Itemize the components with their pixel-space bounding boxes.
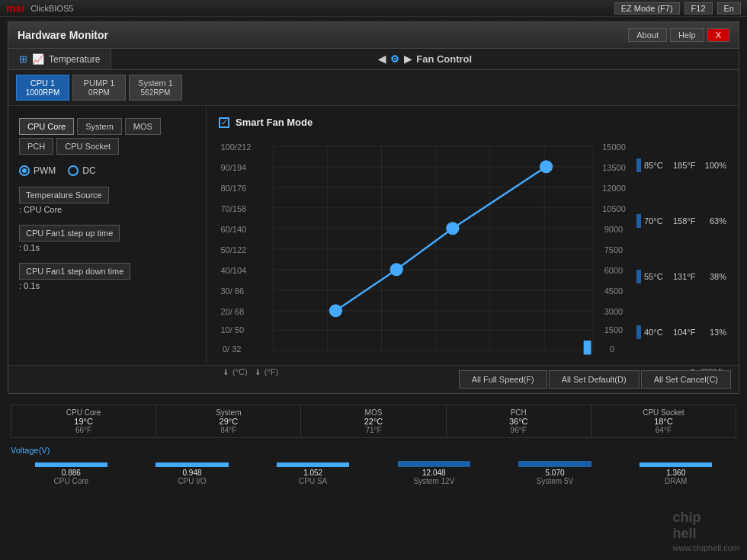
voltage-cpu-io: 0.948 CPU I/O bbox=[132, 459, 253, 485]
voltage-sys5v-val: 5.070 bbox=[546, 469, 565, 477]
left-panel: CPU Core System MOS PCH CPU Socket PWM D… bbox=[8, 106, 207, 365]
tab-fan-control-label: Fan Control bbox=[416, 53, 472, 65]
full-speed-button[interactable]: All Full Speed(F) bbox=[459, 370, 547, 389]
sensor-pch-f: 96°F bbox=[453, 426, 585, 434]
thermometer-f-icon: 🌡 (°F) bbox=[254, 367, 279, 376]
svg-rect-40 bbox=[584, 341, 592, 354]
ez-mode-button[interactable]: EZ Mode (F7) bbox=[614, 2, 680, 14]
svg-text:13500: 13500 bbox=[602, 163, 626, 172]
step-up-section: CPU Fan1 step up time : 0.1s bbox=[19, 225, 195, 252]
step-down-label: CPU Fan1 step down time bbox=[19, 263, 130, 280]
sensor-pch: PCH 36°C 96°F bbox=[447, 405, 592, 437]
expand-icon: ⊞ bbox=[19, 53, 27, 65]
temp-source-label: Temperature Source bbox=[19, 187, 109, 203]
help-button[interactable]: Help bbox=[670, 28, 704, 42]
voltage-sys12v-bar bbox=[398, 461, 470, 467]
legend-pct-3: 38% bbox=[704, 272, 726, 281]
svg-text:0/ 32: 0/ 32 bbox=[223, 344, 242, 354]
chart-container: .grid-line { stroke: #333; stroke-width:… bbox=[219, 136, 726, 363]
content-area: CPU Core System MOS PCH CPU Socket PWM D… bbox=[8, 106, 739, 365]
sensor-tab-cpu-socket[interactable]: CPU Socket bbox=[56, 138, 119, 155]
svg-text:70/158: 70/158 bbox=[220, 204, 246, 213]
chart-point-2[interactable] bbox=[390, 263, 403, 276]
temp-legend: 85°C 185°F 100% 70°C 158°F 63% 55°C 131°… bbox=[636, 136, 726, 363]
pwm-radio[interactable] bbox=[19, 165, 30, 176]
bios-title: ClickBIOS5 bbox=[30, 4, 73, 13]
tab-fan-control[interactable]: ◀ ⚙ ▶ Fan Control bbox=[111, 49, 739, 69]
pwm-radio-label[interactable]: PWM bbox=[19, 165, 56, 176]
sensor-mos-f: 71°F bbox=[307, 426, 439, 434]
sensor-cpu-core-name: CPU Core bbox=[18, 408, 149, 417]
sensor-cpu-socket-name: CPU Socket bbox=[598, 408, 729, 417]
step-down-section: CPU Fan1 step down time : 0.1s bbox=[19, 263, 195, 290]
legend-f-3: 131°F bbox=[673, 272, 701, 281]
chart-point-1[interactable] bbox=[329, 304, 342, 317]
legend-f-2: 158°F bbox=[673, 216, 701, 226]
legend-pct-2: 63% bbox=[704, 216, 726, 226]
voltage-label: Voltage(V) bbox=[11, 446, 736, 455]
voltage-sys12v-name: System 12V bbox=[413, 477, 454, 485]
close-button[interactable]: X bbox=[707, 28, 729, 42]
fan-system1-button[interactable]: System 1562RPM bbox=[129, 75, 182, 101]
smart-fan-checkbox[interactable]: ✓ bbox=[219, 117, 229, 128]
voltage-cpu-core-name: CPU Core bbox=[54, 477, 89, 485]
chart-point-3[interactable] bbox=[446, 222, 459, 235]
svg-text:30/ 86: 30/ 86 bbox=[220, 286, 244, 296]
right-panel: ✓ Smart Fan Mode .grid-line { stroke: #3… bbox=[207, 106, 739, 365]
sensor-readings: CPU Core 19°C 66°F System 29°C 84°F MOS … bbox=[11, 405, 736, 438]
dc-radio[interactable] bbox=[68, 165, 79, 176]
voltage-cpu-sa-name: CPU SA bbox=[299, 477, 327, 485]
legend-f-1: 185°F bbox=[673, 161, 701, 170]
sensor-tab-pch[interactable]: PCH bbox=[19, 138, 53, 155]
legend-item-1: 85°C 185°F 100% bbox=[636, 158, 726, 172]
sensor-cpu-core-f: 66°F bbox=[18, 426, 149, 434]
dc-radio-label[interactable]: DC bbox=[68, 165, 95, 176]
voltage-sys12v: 12.048 System 12V bbox=[374, 459, 495, 485]
chart-point-4[interactable] bbox=[540, 160, 553, 173]
svg-text:60/140: 60/140 bbox=[220, 225, 246, 234]
legend-pct-1: 100% bbox=[704, 161, 726, 170]
chart-area: .grid-line { stroke: #333; stroke-width:… bbox=[219, 136, 630, 363]
set-default-button[interactable]: All Set Default(D) bbox=[549, 370, 640, 389]
sensor-tab-cpu-core[interactable]: CPU Core bbox=[19, 118, 74, 135]
svg-text:7500: 7500 bbox=[604, 245, 624, 254]
temp-icon: 📈 bbox=[32, 53, 44, 65]
legend-c-1: 85°C bbox=[644, 161, 670, 170]
svg-text:0: 0 bbox=[610, 344, 614, 354]
fan-button-row: CPU 11000RPM PUMP 10RPM System 1562RPM bbox=[8, 70, 739, 106]
legend-bar-1 bbox=[636, 158, 641, 172]
tab-temperature-label: Temperature bbox=[49, 54, 100, 65]
svg-text:40/104: 40/104 bbox=[220, 266, 246, 275]
cancel-button[interactable]: All Set Cancel(C) bbox=[641, 370, 731, 389]
dc-label: DC bbox=[82, 165, 95, 176]
svg-text:3000: 3000 bbox=[604, 307, 624, 316]
voltage-cpu-sa-bar-area bbox=[252, 459, 374, 467]
voltage-cpu-io-bar-area bbox=[132, 459, 253, 467]
top-bar-right: EZ Mode (F7) F12 En bbox=[614, 2, 741, 14]
svg-text:90/194: 90/194 bbox=[220, 163, 246, 172]
f12-button[interactable]: F12 bbox=[684, 2, 713, 14]
sensor-pch-c: 36°C bbox=[453, 417, 585, 426]
fan-pump1-button[interactable]: PUMP 10RPM bbox=[72, 75, 126, 101]
unit-icons: 🌡 (°C) 🌡 (°F) bbox=[222, 367, 278, 376]
voltage-cpu-sa: 1.052 CPU SA bbox=[252, 459, 374, 485]
about-button[interactable]: About bbox=[628, 28, 667, 42]
legend-bar-2 bbox=[636, 214, 641, 228]
language-button[interactable]: En bbox=[717, 2, 741, 14]
voltage-cpu-io-name: CPU I/O bbox=[178, 477, 206, 485]
fan-cpu1-button[interactable]: CPU 11000RPM bbox=[16, 75, 69, 101]
tab-temperature[interactable]: ⊞ 📈 Temperature bbox=[8, 49, 111, 69]
step-up-value: : 0.1s bbox=[19, 243, 195, 252]
sensor-tab-system[interactable]: System bbox=[77, 118, 122, 135]
svg-text:50/122: 50/122 bbox=[220, 245, 246, 254]
voltage-cpu-sa-bar bbox=[277, 462, 349, 467]
voltage-sys5v-bar bbox=[518, 461, 591, 467]
sensor-mos-c: 22°C bbox=[307, 417, 439, 426]
legend-c-4: 40°C bbox=[644, 328, 670, 337]
legend-bar-3 bbox=[636, 270, 641, 283]
sensor-tab-mos[interactable]: MOS bbox=[125, 118, 161, 135]
bottom-area: CPU Core 19°C 66°F System 29°C 84°F MOS … bbox=[0, 398, 747, 491]
brand-text: chiphell bbox=[673, 510, 701, 541]
fan-chart-svg[interactable]: .grid-line { stroke: #333; stroke-width:… bbox=[219, 136, 630, 363]
svg-text:100/212: 100/212 bbox=[220, 142, 251, 152]
